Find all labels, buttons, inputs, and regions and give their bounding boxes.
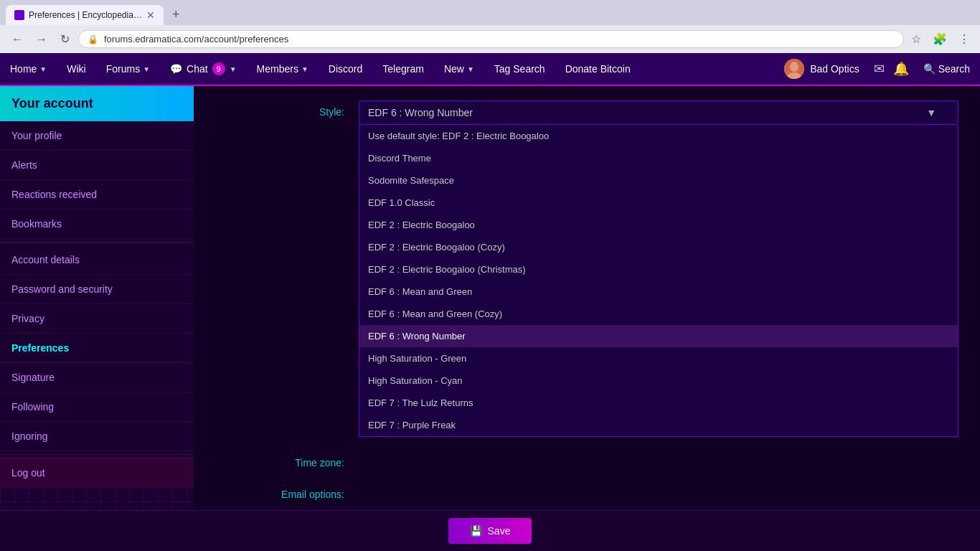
email-options-form-row: Email options: (215, 483, 958, 500)
style-option-11[interactable]: High Saturation - Cyan (359, 369, 958, 392)
style-option-0[interactable]: Use default style: EDF 2 : Electric Boog… (359, 125, 958, 147)
content-area: Your account Your profile Alerts Reactio… (0, 86, 980, 551)
nav-tag-search[interactable]: Tag Search (484, 52, 555, 85)
sidebar-item-signature[interactable]: Signature (0, 363, 194, 392)
chat-badge: 9 (212, 62, 225, 75)
browser-tab[interactable]: Preferences | Encyclopedia Dra... ✕ (6, 5, 164, 25)
forums-dropdown-arrow: ▼ (143, 65, 150, 73)
nav-new[interactable]: New ▼ (434, 52, 484, 85)
forward-button[interactable]: → (32, 30, 52, 49)
svg-point-1 (790, 62, 798, 72)
members-dropdown-arrow: ▼ (301, 65, 308, 73)
style-selected-value: EDF 6 : Wrong Number (368, 107, 473, 118)
style-option-4[interactable]: EDF 2 : Electric Boogaloo (359, 214, 958, 236)
main-navigation: Home ▼ Wiki Forums ▼ 💬 Chat 9 ▼ Members … (0, 53, 980, 86)
sidebar-item-following[interactable]: Following (0, 392, 194, 422)
style-select-button[interactable]: EDF 6 : Wrong Number ▼ (359, 100, 958, 125)
save-icon: 💾 (470, 525, 482, 537)
tab-title: Preferences | Encyclopedia Dra... (29, 10, 142, 20)
sidebar-item-password-security[interactable]: Password and security (0, 275, 194, 304)
style-label: Style: (215, 100, 344, 118)
main-content: Style: EDF 6 : Wrong Number ▼ Use defaul… (194, 86, 980, 551)
sidebar-item-bookmarks[interactable]: Bookmarks (0, 209, 194, 239)
avatar (784, 59, 804, 79)
sidebar-item-account-details[interactable]: Account details (0, 245, 194, 275)
address-input[interactable] (104, 34, 895, 44)
style-option-3[interactable]: EDF 1.0 Classic (359, 192, 958, 214)
chat-dropdown-arrow: ▼ (230, 65, 237, 73)
nav-user[interactable]: Bad Optics (774, 52, 869, 85)
nav-forums[interactable]: Forums ▼ (96, 52, 160, 85)
reload-button[interactable]: ↻ (56, 29, 74, 49)
time-zone-label: Time zone: (215, 451, 344, 468)
style-dropdown-list: Use default style: EDF 2 : Electric Boog… (359, 125, 958, 437)
browser-navigation: ← → ↻ 🔒 ☆ 🧩 ⋮ (0, 25, 980, 53)
menu-icon[interactable]: ⋮ (956, 29, 973, 49)
sidebar-item-alerts[interactable]: Alerts (0, 151, 194, 180)
sidebar-divider-2 (0, 454, 194, 455)
nav-discord[interactable]: Discord (319, 52, 372, 85)
lock-icon: 🔒 (88, 34, 98, 44)
style-option-2[interactable]: Sodomite Safespace (359, 169, 958, 192)
style-option-12[interactable]: EDF 7 : The Lulz Returns (359, 392, 958, 414)
sidebar: Your account Your profile Alerts Reactio… (0, 86, 194, 551)
sidebar-item-preferences[interactable]: Preferences (0, 334, 194, 363)
mail-icon[interactable]: ✉ (870, 61, 889, 77)
search-icon: 🔍 (923, 63, 936, 75)
new-dropdown-arrow: ▼ (467, 65, 474, 73)
style-option-13[interactable]: EDF 7 : Purple Freak (359, 414, 958, 436)
sidebar-header: Your account (0, 86, 194, 121)
time-zone-form-row: Time zone: (215, 451, 958, 468)
nav-wiki[interactable]: Wiki (57, 52, 95, 85)
sidebar-logout[interactable]: Log out (0, 458, 194, 487)
nav-telegram[interactable]: Telegram (372, 52, 434, 85)
new-tab-button[interactable]: + (166, 4, 186, 25)
nav-donate[interactable]: Donate Bitcoin (555, 52, 641, 85)
sidebar-item-your-profile[interactable]: Your profile (0, 121, 194, 151)
browser-action-icons: ☆ 🧩 ⋮ (908, 29, 973, 49)
style-dropdown-arrow: ▼ (926, 107, 936, 118)
nav-chat[interactable]: 💬 Chat 9 ▼ (160, 52, 246, 85)
tab-close-button[interactable]: ✕ (146, 9, 155, 21)
user-avatar-image (784, 59, 804, 79)
style-form-row: Style: EDF 6 : Wrong Number ▼ Use defaul… (215, 100, 958, 437)
style-option-8[interactable]: EDF 6 : Mean and Green (Cozy) (359, 303, 958, 325)
style-option-7[interactable]: EDF 6 : Mean and Green (359, 281, 958, 303)
style-option-9[interactable]: EDF 6 : Wrong Number (359, 325, 958, 347)
sidebar-item-ignoring[interactable]: Ignoring (0, 422, 194, 451)
address-bar[interactable]: 🔒 (78, 30, 904, 48)
nav-search[interactable]: 🔍 Search (913, 52, 980, 85)
style-option-1[interactable]: Discord Theme (359, 147, 958, 169)
style-option-10[interactable]: High Saturation - Green (359, 347, 958, 369)
home-dropdown-arrow: ▼ (39, 65, 47, 73)
sidebar-item-reactions-received[interactable]: Reactions received (0, 180, 194, 209)
bookmark-icon[interactable]: ☆ (908, 29, 924, 49)
nav-home[interactable]: Home ▼ (0, 52, 57, 85)
nav-members[interactable]: Members ▼ (247, 52, 319, 85)
tab-favicon (14, 10, 24, 20)
style-select-wrapper: EDF 6 : Wrong Number ▼ Use default style… (359, 100, 958, 437)
sidebar-divider (0, 242, 194, 242)
email-options-label: Email options: (215, 483, 344, 500)
extensions-icon[interactable]: 🧩 (930, 29, 950, 49)
chat-icon: 💬 (170, 63, 182, 75)
save-button[interactable]: 💾 Save (448, 518, 532, 544)
back-button[interactable]: ← (7, 30, 27, 49)
style-option-5[interactable]: EDF 2 : Electric Boogaloo (Cozy) (359, 236, 958, 258)
style-option-6[interactable]: EDF 2 : Electric Boogaloo (Christmas) (359, 258, 958, 281)
bell-icon[interactable]: 🔔 (889, 61, 913, 77)
sidebar-item-privacy[interactable]: Privacy (0, 304, 194, 334)
save-bar: 💾 Save (0, 510, 980, 551)
